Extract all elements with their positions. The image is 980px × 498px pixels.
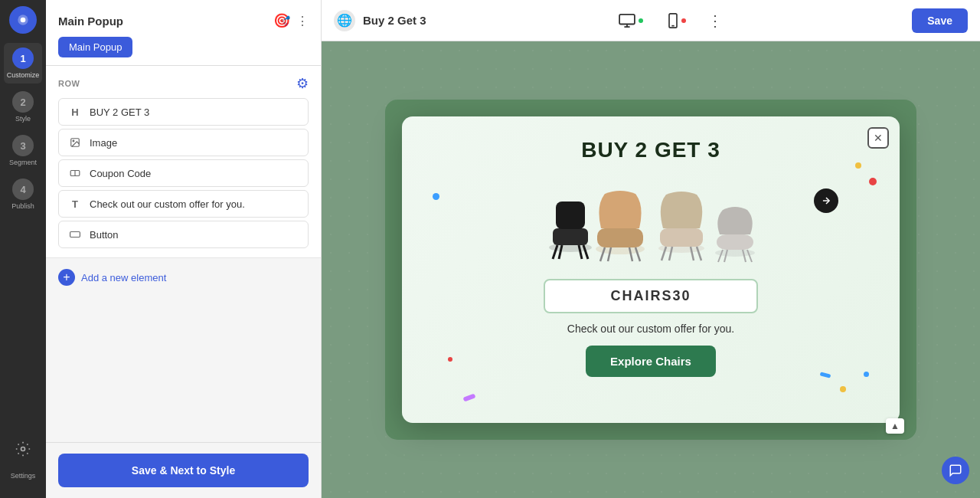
mobile-status-dot	[681, 18, 686, 23]
row-item-heading[interactable]: H BUY 2 GET 3	[58, 98, 309, 126]
text-label: Check out our custom offer for you.	[90, 198, 245, 210]
step-4-number: 4	[12, 179, 34, 200]
step-3-label: Segment	[9, 159, 37, 166]
step-2-label: Style	[15, 115, 31, 123]
sidebar-step-publish[interactable]: 4 Publish	[4, 174, 42, 215]
arrow-circle[interactable]	[814, 188, 838, 213]
popup-close-button[interactable]: ✕	[867, 127, 889, 149]
panel-footer: Save & Next to Style	[46, 442, 321, 498]
panel-title: Main Popup	[58, 15, 123, 28]
chairs-svg	[536, 182, 766, 267]
sidebar-step-style[interactable]: 2 Style	[4, 87, 42, 127]
popup-chairs-area	[433, 175, 869, 267]
svg-rect-14	[553, 228, 588, 245]
topbar-save-button[interactable]: Save	[912, 8, 968, 33]
step-2-number: 2	[12, 91, 34, 113]
panel-target-icon[interactable]: 🎯	[273, 12, 290, 29]
topbar-more-icon[interactable]: ⋮	[704, 8, 726, 33]
svg-rect-27	[660, 228, 703, 247]
row-label: ROW	[58, 79, 80, 88]
sidebar-step-customize[interactable]: 1 Customize	[4, 43, 42, 84]
row-item-button[interactable]: Button	[58, 221, 309, 248]
step-3-number: 3	[12, 135, 34, 156]
popup-tab-button[interactable]: Main Popup	[58, 37, 132, 57]
svg-point-1	[21, 18, 26, 23]
heading-icon: H	[68, 105, 82, 119]
topbar-title: Buy 2 Get 3	[363, 14, 426, 27]
svg-rect-33	[717, 234, 753, 250]
scroll-indicator[interactable]: ▲	[886, 418, 904, 434]
row-item-image[interactable]: Image	[58, 129, 309, 156]
add-element-icon: +	[58, 269, 75, 286]
panel-header: Main Popup 🎯 ⋮ Main Popup	[46, 0, 321, 66]
row-item-coupon[interactable]: Coupon Code	[58, 159, 309, 187]
panel-menu-icon[interactable]: ⋮	[296, 14, 309, 28]
canvas-area: ✕ BUY 2 GET 3	[322, 41, 980, 498]
popup-cta-button[interactable]: Explore Chairs	[586, 346, 716, 377]
step-1-label: Customize	[7, 71, 40, 79]
svg-point-4	[73, 140, 74, 142]
left-panel: Main Popup 🎯 ⋮ Main Popup ROW ⚙ H BUY 2 …	[46, 0, 322, 498]
chairs-image	[433, 175, 869, 267]
outer-popup-card: ✕ BUY 2 GET 3	[385, 100, 916, 440]
row-section: ROW ⚙ H BUY 2 GET 3 Image Coupon Code	[46, 66, 321, 258]
svg-point-2	[21, 447, 25, 451]
globe-icon: 🌐	[334, 10, 355, 31]
save-next-button[interactable]: Save & Next to Style	[58, 454, 309, 487]
add-element-label: Add a new element	[81, 272, 166, 283]
svg-rect-21	[597, 228, 643, 247]
topbar-left: 🌐 Buy 2 Get 3	[334, 10, 426, 31]
panel-title-icons: 🎯 ⋮	[273, 12, 309, 29]
step-4-label: Publish	[11, 202, 34, 210]
settings-label: Settings	[11, 472, 36, 480]
svg-rect-15	[556, 201, 585, 229]
image-icon	[68, 136, 82, 149]
svg-rect-8	[619, 14, 635, 24]
chat-button[interactable]	[942, 457, 969, 484]
topbar: 🌐 Buy 2 Get 3 ⋮ Save	[322, 0, 980, 41]
row-settings-icon[interactable]: ⚙	[296, 75, 309, 92]
row-item-text[interactable]: T Check out our custom offer for you.	[58, 190, 309, 218]
settings-icon[interactable]	[9, 435, 37, 463]
panel-title-row: Main Popup 🎯 ⋮	[58, 12, 309, 29]
desktop-status-dot	[639, 18, 643, 23]
topbar-center: ⋮	[612, 8, 726, 33]
coupon-label: Coupon Code	[90, 168, 151, 179]
svg-rect-7	[70, 232, 80, 238]
popup-offer-text: Check out our custom offer for you.	[567, 323, 734, 335]
sidebar-step-segment[interactable]: 3 Segment	[4, 130, 42, 171]
heading-label: BUY 2 GET 3	[90, 106, 149, 118]
coupon-icon	[68, 166, 82, 180]
popup-heading: BUY 2 GET 3	[581, 138, 720, 162]
app-logo[interactable]	[9, 6, 37, 34]
button-icon	[68, 228, 82, 241]
sidebar: 1 Customize 2 Style 3 Segment 4 Publish …	[0, 0, 46, 498]
text-icon: T	[68, 197, 82, 211]
desktop-device-btn[interactable]	[612, 11, 649, 31]
popup-coupon-box: CHAIRS30	[544, 279, 758, 313]
add-element-row[interactable]: + Add a new element	[46, 258, 321, 297]
row-label-row: ROW ⚙	[58, 75, 309, 92]
popup-card: ✕ BUY 2 GET 3	[402, 116, 900, 423]
button-label: Button	[90, 229, 119, 241]
step-1-number: 1	[12, 48, 34, 69]
mobile-device-btn[interactable]	[662, 10, 692, 31]
popup-inner: BUY 2 GET 3	[402, 116, 900, 423]
image-label: Image	[90, 137, 117, 149]
main-content: 🌐 Buy 2 Get 3 ⋮ Save ✕	[322, 0, 980, 498]
row-items: H BUY 2 GET 3 Image Coupon Code T Check …	[58, 98, 309, 248]
